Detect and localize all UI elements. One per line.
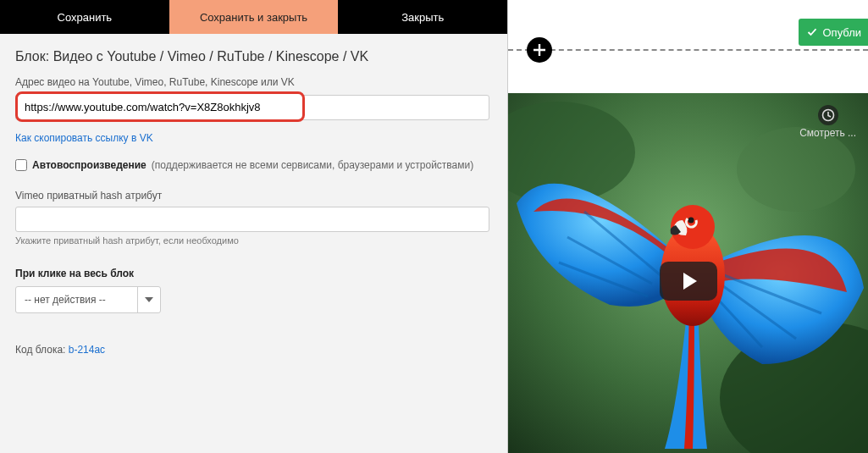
add-section-button[interactable] [527, 37, 552, 63]
check-icon [807, 27, 817, 37]
block-code-link[interactable]: b-214ac [69, 344, 105, 356]
tab-close[interactable]: Закрыть [338, 0, 507, 34]
autoplay-hint: (поддерживается не всеми сервисами, брау… [152, 159, 474, 171]
publish-button[interactable]: Опубли [799, 19, 868, 46]
hash-hint: Укажите приватный hash атрибут, если нео… [15, 235, 492, 246]
video-preview[interactable]: Смотреть ... [508, 93, 868, 453]
publish-label: Опубли [822, 26, 861, 39]
play-button[interactable] [660, 262, 717, 301]
block-title: Блок: Видео с Youtube / Vimeo / RuTube /… [15, 49, 492, 64]
tab-save-close[interactable]: Сохранить и закрыть [169, 0, 339, 34]
click-action-value: -- нет действия -- [16, 287, 138, 312]
click-action-label: При клике на весь блок [15, 268, 492, 279]
plus-icon [533, 43, 546, 57]
video-url-highlight [15, 91, 305, 122]
click-action-select[interactable]: -- нет действия -- [15, 286, 161, 313]
clock-icon [818, 105, 838, 125]
watch-later-label: Смотреть ... [799, 127, 856, 139]
chevron-down-icon [138, 297, 160, 302]
hash-input[interactable] [15, 207, 489, 232]
section-divider [508, 49, 868, 51]
vk-help-link[interactable]: Как скопировать ссылку в VK [15, 132, 153, 144]
url-label: Адрес видео на Youtube, Vimeo, RuTube, K… [15, 76, 492, 88]
play-icon [683, 273, 697, 290]
hash-label: Vimeo приватный hash атрибут [15, 190, 492, 202]
autoplay-checkbox[interactable] [15, 159, 27, 171]
watch-later-button[interactable]: Смотреть ... [799, 105, 856, 139]
block-code-label: Код блока: [15, 344, 65, 356]
tab-save[interactable]: Сохранить [0, 0, 169, 34]
svg-point-6 [688, 218, 694, 224]
svg-point-3 [737, 127, 855, 212]
autoplay-label: Автовоспроизведение [32, 159, 147, 171]
video-url-input[interactable] [19, 96, 301, 118]
